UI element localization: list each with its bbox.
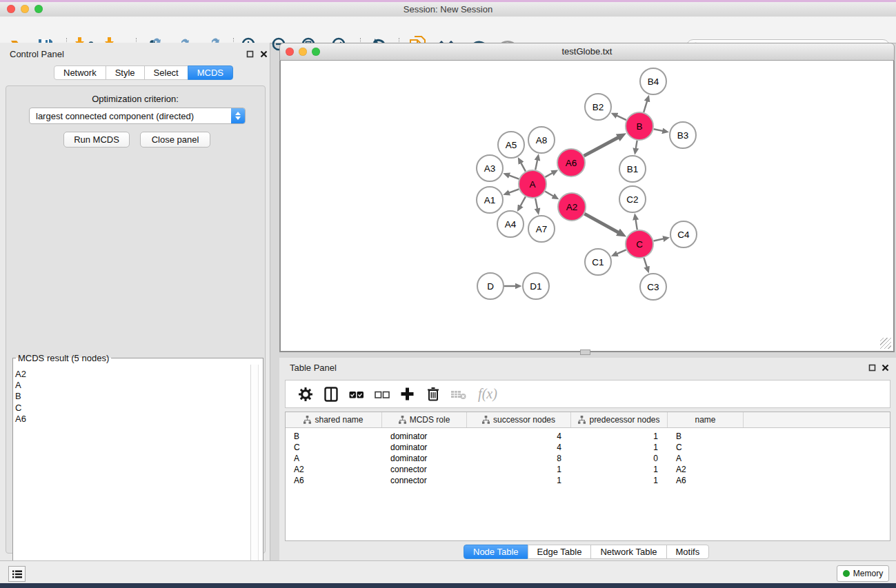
close-window-button[interactable]: [7, 5, 15, 13]
tab-network-table[interactable]: Network Table: [590, 545, 666, 559]
graph-node-D1[interactable]: D1: [523, 273, 549, 299]
graph-node-A5[interactable]: A5: [498, 132, 524, 158]
graph-node-A2[interactable]: A2: [558, 193, 586, 221]
tab-network[interactable]: Network: [54, 65, 106, 80]
network-graph[interactable]: AA1A2A3A4A5A6A7A8BB1B2B3B4CC1C2C3C4DD1: [281, 61, 893, 349]
graph-node-B4[interactable]: B4: [640, 68, 666, 94]
horizontal-splitter-handle[interactable]: [580, 349, 590, 355]
function-builder-button[interactable]: f(x): [471, 383, 504, 406]
tab-node-table[interactable]: Node Table: [464, 545, 528, 559]
run-mcds-button[interactable]: Run MCDS: [63, 132, 130, 148]
graph-node-B2[interactable]: B2: [585, 94, 611, 120]
network-close-button[interactable]: [286, 48, 294, 56]
graph-node-C4[interactable]: C4: [670, 221, 697, 247]
memory-button[interactable]: Memory: [837, 565, 889, 582]
network-canvas[interactable]: AA1A2A3A4A5A6A7A8BB1B2B3B4CC1C2C3C4DD1: [279, 61, 895, 352]
mcds-result-item[interactable]: A2: [15, 369, 26, 380]
deselect-all-button[interactable]: [369, 383, 395, 406]
column-header-successor-nodes[interactable]: successor nodes: [467, 412, 571, 427]
edge-A2-C[interactable]: [584, 214, 618, 232]
window-titlebar[interactable]: Session: New Session: [0, 2, 896, 17]
tab-mcds[interactable]: MCDS: [188, 65, 233, 80]
table-row[interactable]: Adominator80A: [286, 453, 890, 464]
task-history-button[interactable]: [8, 566, 26, 582]
graph-node-C3[interactable]: C3: [640, 274, 666, 300]
table-panel-tabs: Node TableEdge TableNetwork TableMotifs: [464, 545, 709, 559]
tab-select[interactable]: Select: [144, 65, 188, 80]
tab-style[interactable]: Style: [106, 65, 145, 80]
table-options-button[interactable]: [292, 383, 318, 406]
window-resize-grip[interactable]: [880, 338, 891, 349]
graph-node-B[interactable]: B: [626, 112, 653, 140]
table-row[interactable]: A6connector11A6: [286, 475, 890, 486]
edge-B-B2[interactable]: [617, 116, 626, 120]
graph-node-A4[interactable]: A4: [497, 211, 524, 237]
close-panel-icon[interactable]: [260, 50, 268, 58]
network-window-title: testGlobe.txt: [280, 43, 894, 60]
table-row[interactable]: A2connector11A2: [286, 464, 890, 475]
mcds-result-scrollbar[interactable]: [250, 365, 259, 588]
graph-node-A1[interactable]: A1: [477, 187, 503, 213]
graph-node-C1[interactable]: C1: [585, 249, 611, 275]
column-header-name[interactable]: name: [668, 412, 744, 427]
close-panel-button[interactable]: Close panel: [140, 132, 210, 148]
close-table-panel-icon[interactable]: [882, 364, 889, 372]
select-all-button[interactable]: [344, 383, 369, 406]
mcds-result-item[interactable]: A: [15, 380, 26, 391]
float-table-panel-icon[interactable]: [868, 364, 876, 372]
network-window-titlebar[interactable]: testGlobe.txt: [279, 43, 895, 61]
add-column-button[interactable]: [395, 383, 420, 406]
edge-A-A6[interactable]: [545, 173, 552, 177]
mcds-result-list[interactable]: A2ABCA6: [15, 369, 26, 425]
edge-A-A7[interactable]: [535, 199, 537, 209]
edge-C-C2[interactable]: [636, 220, 637, 230]
graph-node-A[interactable]: A: [519, 170, 546, 198]
network-zoom-button[interactable]: [312, 48, 320, 56]
graph-node-B1[interactable]: B1: [619, 156, 646, 182]
graph-node-C2[interactable]: C2: [619, 186, 646, 212]
mcds-result-item[interactable]: C: [15, 403, 26, 414]
graph-node-A6[interactable]: A6: [557, 149, 585, 176]
column-header-label: predecessor nodes: [589, 415, 659, 425]
tab-motifs[interactable]: Motifs: [666, 545, 710, 559]
graph-node-A8[interactable]: A8: [528, 127, 555, 153]
float-panel-icon[interactable]: [246, 50, 254, 58]
graph-node-A3[interactable]: A3: [477, 155, 503, 181]
edge-C-C3[interactable]: [644, 258, 646, 267]
edge-B-B4[interactable]: [644, 101, 647, 112]
criterion-dropdown[interactable]: largest connected component (directed): [29, 108, 246, 124]
network-minimize-button[interactable]: [299, 48, 307, 56]
node-label: A: [529, 179, 535, 190]
table-row[interactable]: Bdominator41B: [286, 431, 890, 442]
column-header-MCDS-role[interactable]: MCDS role: [382, 412, 467, 427]
delete-table-button[interactable]: [446, 383, 471, 406]
graph-node-B3[interactable]: B3: [670, 122, 696, 148]
edge-C-C4[interactable]: [654, 239, 664, 241]
zoom-window-button[interactable]: [34, 5, 43, 13]
delete-column-button[interactable]: [420, 383, 446, 406]
edge-B-B3[interactable]: [654, 129, 663, 131]
edge-A-A1[interactable]: [509, 189, 519, 192]
edge-B-B1[interactable]: [636, 141, 637, 149]
graph-node-A7[interactable]: A7: [528, 216, 555, 242]
edge-A-A8[interactable]: [535, 160, 537, 170]
edge-A-A2[interactable]: [545, 192, 553, 196]
edge-A-A5[interactable]: [521, 163, 526, 171]
graph-node-D[interactable]: D: [477, 273, 504, 299]
edge-C-C1[interactable]: [617, 250, 626, 254]
column-header-shared-name[interactable]: shared name: [286, 412, 382, 427]
mcds-result-item[interactable]: B: [15, 391, 26, 402]
show-columns-button[interactable]: [318, 383, 344, 406]
edge-A6-B[interactable]: [584, 138, 619, 156]
edge-A-A4[interactable]: [520, 196, 525, 205]
optimization-criterion-label: Optimization criterion:: [0, 94, 270, 104]
graph-node-C[interactable]: C: [626, 230, 653, 258]
memory-status-icon: [843, 570, 850, 577]
node-label: A1: [484, 195, 496, 205]
minimize-window-button[interactable]: [21, 5, 29, 13]
mcds-result-item[interactable]: A6: [15, 414, 26, 425]
tab-edge-table[interactable]: Edge Table: [528, 545, 592, 559]
table-row[interactable]: Cdominator41C: [286, 442, 890, 453]
edge-A-A3[interactable]: [509, 175, 519, 179]
column-header-predecessor-nodes[interactable]: predecessor nodes: [571, 412, 668, 427]
